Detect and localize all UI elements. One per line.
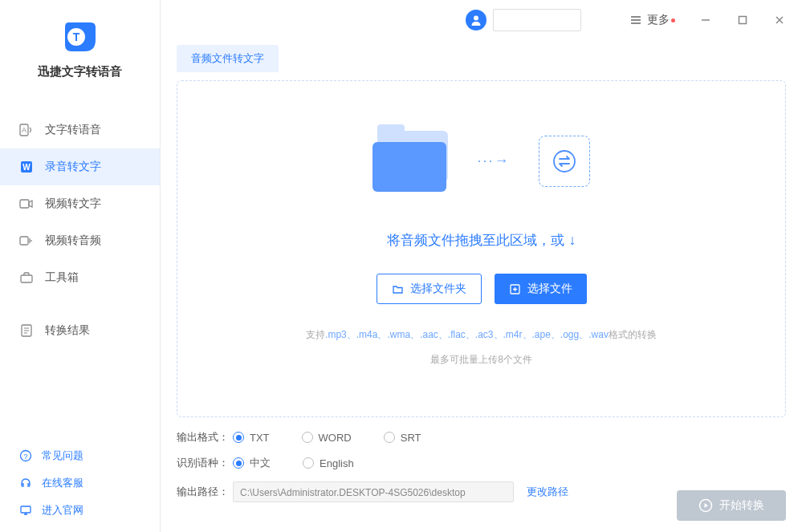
maximize-button[interactable] bbox=[736, 14, 749, 26]
drop-instruction: 将音频文件拖拽至此区域，或 ↓ bbox=[387, 231, 576, 250]
results-icon bbox=[19, 323, 34, 338]
headset-icon bbox=[19, 477, 32, 489]
format-txt-radio[interactable]: TXT bbox=[233, 432, 270, 444]
arrow-right-icon: ···→ bbox=[477, 152, 510, 169]
svg-text:?: ? bbox=[23, 453, 27, 461]
format-word-radio[interactable]: WORD bbox=[302, 432, 352, 444]
notification-dot-icon bbox=[671, 18, 675, 22]
video-to-text-icon bbox=[19, 197, 34, 211]
svg-rect-8 bbox=[21, 275, 32, 282]
minimize-button[interactable] bbox=[699, 14, 712, 26]
svg-point-13 bbox=[474, 16, 478, 21]
sidebar-item-label: 录音转文字 bbox=[45, 160, 101, 174]
svg-point-15 bbox=[554, 151, 575, 172]
support-link[interactable]: 在线客服 bbox=[0, 469, 160, 497]
user-name-box[interactable] bbox=[493, 9, 581, 31]
sidebar-item-audio-to-text[interactable]: W 录音转文字 bbox=[0, 148, 160, 185]
bottom-link-label: 进入官网 bbox=[42, 503, 83, 518]
bottom-link-label: 常见问题 bbox=[42, 449, 83, 463]
svg-rect-12 bbox=[21, 506, 31, 513]
user-area[interactable] bbox=[466, 9, 581, 31]
window-controls bbox=[699, 14, 786, 26]
plus-icon bbox=[509, 283, 521, 295]
arrow-down-icon: ↓ bbox=[569, 232, 576, 249]
lang-radio-group: 中文 English bbox=[233, 456, 354, 470]
svg-text:W: W bbox=[22, 163, 31, 172]
path-input[interactable]: C:\Users\Administrator.DESKTOP-4SG5026\d… bbox=[233, 481, 514, 502]
svg-text:T: T bbox=[72, 30, 79, 43]
audio-to-text-icon: W bbox=[19, 160, 34, 174]
logo-area: T 迅捷文字转语音 bbox=[0, 0, 160, 87]
drop-area[interactable]: ···→ 将音频文件拖拽至此区域，或 ↓ 选择文件夹 选择文件 支持.mp3、.… bbox=[177, 80, 786, 417]
sidebar-item-label: 视频转音频 bbox=[45, 234, 101, 248]
lang-chinese-radio[interactable]: 中文 bbox=[233, 456, 271, 470]
sidebar-item-video-to-audio[interactable]: 视频转音频 bbox=[0, 222, 160, 259]
tab-audio-to-text[interactable]: 音频文件转文字 bbox=[177, 45, 279, 72]
user-avatar-icon bbox=[466, 10, 486, 30]
sidebar-item-label: 工具箱 bbox=[45, 270, 79, 285]
bottom-links: ? 常见问题 在线客服 进入官网 bbox=[0, 442, 160, 532]
format-label: 输出格式： bbox=[177, 430, 233, 445]
folder-icon bbox=[373, 131, 449, 191]
upload-limit: 最多可批量上传8个文件 bbox=[430, 353, 532, 367]
svg-rect-7 bbox=[20, 237, 28, 245]
sidebar: T 迅捷文字转语音 A 文字转语音 W 录音转文字 视频转文字 视频转音频 工具… bbox=[0, 0, 161, 532]
start-convert-button[interactable]: 开始转换 bbox=[677, 490, 786, 521]
tab-row: 音频文件转文字 bbox=[161, 40, 802, 72]
play-circle-icon bbox=[698, 498, 713, 513]
app-title: 迅捷文字转语音 bbox=[0, 64, 160, 79]
change-path-link[interactable]: 更改路径 bbox=[527, 485, 568, 499]
more-button[interactable]: 更多 bbox=[629, 13, 675, 27]
sidebar-item-results[interactable]: 转换结果 bbox=[0, 312, 160, 349]
sidebar-item-label: 视频转文字 bbox=[45, 197, 101, 211]
website-link[interactable]: 进入官网 bbox=[0, 497, 160, 524]
text-to-speech-icon: A bbox=[19, 123, 34, 137]
convert-icon bbox=[539, 136, 590, 187]
close-button[interactable] bbox=[773, 14, 786, 26]
radio-icon bbox=[384, 432, 395, 443]
format-srt-radio[interactable]: SRT bbox=[384, 432, 421, 444]
svg-rect-6 bbox=[20, 200, 29, 208]
radio-icon bbox=[233, 457, 244, 469]
nav-list: A 文字转语音 W 录音转文字 视频转文字 视频转音频 工具箱 转换结果 bbox=[0, 112, 160, 442]
language-row: 识别语种： 中文 English bbox=[177, 456, 786, 470]
svg-text:A: A bbox=[22, 126, 26, 134]
radio-icon bbox=[233, 432, 244, 443]
format-radio-group: TXT WORD SRT bbox=[233, 432, 421, 444]
select-file-button[interactable]: 选择文件 bbox=[495, 274, 587, 304]
sidebar-item-label: 文字转语音 bbox=[45, 123, 101, 137]
lang-english-radio[interactable]: English bbox=[303, 456, 354, 470]
app-logo-icon: T bbox=[60, 16, 100, 56]
svg-rect-14 bbox=[739, 17, 747, 24]
sidebar-item-video-to-text[interactable]: 视频转文字 bbox=[0, 185, 160, 222]
video-to-audio-icon bbox=[19, 234, 34, 248]
output-format-row: 输出格式： TXT WORD SRT bbox=[177, 430, 786, 445]
file-buttons: 选择文件夹 选择文件 bbox=[377, 274, 587, 304]
folder-outline-icon bbox=[392, 283, 404, 295]
titlebar: 更多 bbox=[161, 0, 802, 40]
question-icon: ? bbox=[19, 449, 32, 462]
radio-icon bbox=[303, 457, 314, 469]
toolbox-icon bbox=[19, 270, 34, 285]
lang-label: 识别语种： bbox=[177, 456, 233, 470]
sidebar-item-text-to-speech[interactable]: A 文字转语音 bbox=[0, 112, 160, 148]
path-label: 输出路径： bbox=[177, 485, 233, 499]
radio-icon bbox=[302, 432, 313, 443]
select-folder-button[interactable]: 选择文件夹 bbox=[377, 274, 482, 304]
main-content: 更多 音频文件转文字 ···→ 将音频文件拖拽至此区域，或 ↓ bbox=[161, 0, 802, 532]
bottom-link-label: 在线客服 bbox=[42, 476, 83, 490]
sidebar-item-toolbox[interactable]: 工具箱 bbox=[0, 259, 160, 296]
drop-illustration: ···→ bbox=[373, 131, 589, 191]
more-label: 更多 bbox=[647, 13, 670, 27]
supported-formats: 支持.mp3、.m4a、.wma、.aac、.flac、.ac3、.m4r、.a… bbox=[306, 328, 657, 342]
faq-link[interactable]: ? 常见问题 bbox=[0, 442, 160, 469]
sidebar-item-label: 转换结果 bbox=[45, 323, 90, 338]
monitor-icon bbox=[19, 504, 32, 517]
